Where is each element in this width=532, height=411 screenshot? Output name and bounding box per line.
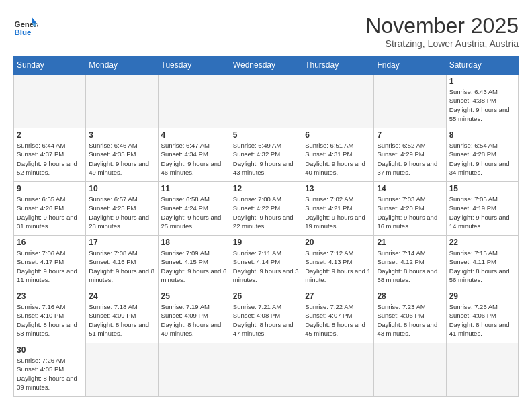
calendar-cell: 5Sunrise: 6:49 AM Sunset: 4:32 PM Daylig…	[230, 128, 302, 182]
calendar-cell	[14, 75, 86, 128]
day-number: 3	[89, 130, 154, 140]
day-number: 19	[233, 238, 299, 247]
day-info: Sunrise: 7:18 AM Sunset: 4:09 PM Dayligh…	[89, 302, 154, 338]
calendar-cell	[158, 343, 230, 397]
calendar-header-row: SundayMondayTuesdayWednesdayThursdayFrid…	[14, 56, 519, 75]
day-info: Sunrise: 7:12 AM Sunset: 4:13 PM Dayligh…	[305, 248, 371, 284]
day-info: Sunrise: 7:21 AM Sunset: 4:08 PM Dayligh…	[233, 302, 299, 338]
calendar-week-row: 2Sunrise: 6:44 AM Sunset: 4:37 PM Daylig…	[14, 128, 519, 182]
day-info: Sunrise: 6:43 AM Sunset: 4:38 PM Dayligh…	[449, 87, 515, 123]
calendar-cell	[374, 75, 446, 128]
day-number: 1	[449, 77, 515, 86]
day-info: Sunrise: 7:16 AM Sunset: 4:10 PM Dayligh…	[17, 302, 83, 338]
calendar-cell: 18Sunrise: 7:09 AM Sunset: 4:15 PM Dayli…	[158, 236, 230, 289]
day-number: 26	[233, 291, 299, 301]
calendar-cell: 27Sunrise: 7:22 AM Sunset: 4:07 PM Dayli…	[302, 289, 374, 343]
day-header-friday: Friday	[374, 56, 446, 75]
calendar-cell: 6Sunrise: 6:51 AM Sunset: 4:31 PM Daylig…	[302, 128, 374, 182]
day-info: Sunrise: 6:57 AM Sunset: 4:25 PM Dayligh…	[89, 195, 154, 230]
day-number: 7	[377, 130, 443, 140]
day-info: Sunrise: 7:15 AM Sunset: 4:11 PM Dayligh…	[449, 248, 515, 284]
day-number: 2	[17, 130, 83, 140]
calendar-week-row: 30Sunrise: 7:26 AM Sunset: 4:05 PM Dayli…	[14, 343, 519, 397]
day-header-saturday: Saturday	[446, 56, 518, 75]
day-number: 5	[233, 130, 299, 140]
calendar-cell: 25Sunrise: 7:19 AM Sunset: 4:09 PM Dayli…	[158, 289, 230, 343]
calendar-cell: 23Sunrise: 7:16 AM Sunset: 4:10 PM Dayli…	[14, 289, 86, 343]
logo: General Blue	[13, 13, 38, 38]
day-info: Sunrise: 6:44 AM Sunset: 4:37 PM Dayligh…	[17, 141, 83, 177]
day-number: 9	[17, 184, 83, 193]
day-header-sunday: Sunday	[14, 56, 86, 75]
calendar-cell: 21Sunrise: 7:14 AM Sunset: 4:12 PM Dayli…	[374, 236, 446, 289]
calendar-cell: 22Sunrise: 7:15 AM Sunset: 4:11 PM Dayli…	[446, 236, 518, 289]
calendar-cell	[230, 75, 302, 128]
day-info: Sunrise: 7:22 AM Sunset: 4:07 PM Dayligh…	[305, 302, 371, 338]
day-number: 6	[305, 130, 371, 140]
header: General Blue November 2025 Stratzing, Lo…	[13, 13, 519, 49]
day-info: Sunrise: 7:00 AM Sunset: 4:22 PM Dayligh…	[233, 195, 299, 230]
day-number: 25	[161, 291, 227, 301]
calendar-cell: 9Sunrise: 6:55 AM Sunset: 4:26 PM Daylig…	[14, 182, 86, 236]
day-info: Sunrise: 7:23 AM Sunset: 4:06 PM Dayligh…	[377, 302, 443, 338]
calendar-cell	[86, 343, 158, 397]
calendar-cell: 16Sunrise: 7:06 AM Sunset: 4:17 PM Dayli…	[14, 236, 86, 289]
calendar-cell: 11Sunrise: 6:58 AM Sunset: 4:24 PM Dayli…	[158, 182, 230, 236]
calendar-cell: 26Sunrise: 7:21 AM Sunset: 4:08 PM Dayli…	[230, 289, 302, 343]
calendar-cell: 4Sunrise: 6:47 AM Sunset: 4:34 PM Daylig…	[158, 128, 230, 182]
logo-icon: General Blue	[13, 13, 38, 38]
calendar-cell	[302, 75, 374, 128]
day-number: 14	[377, 184, 443, 193]
calendar-cell: 30Sunrise: 7:26 AM Sunset: 4:05 PM Dayli…	[14, 343, 86, 397]
calendar: SundayMondayTuesdayWednesdayThursdayFrid…	[13, 56, 519, 397]
calendar-cell: 1Sunrise: 6:43 AM Sunset: 4:38 PM Daylig…	[446, 75, 518, 128]
day-number: 22	[449, 238, 515, 247]
day-number: 8	[449, 130, 515, 140]
calendar-cell	[158, 75, 230, 128]
calendar-cell: 8Sunrise: 6:54 AM Sunset: 4:28 PM Daylig…	[446, 128, 518, 182]
calendar-cell	[230, 343, 302, 397]
calendar-cell: 29Sunrise: 7:25 AM Sunset: 4:06 PM Dayli…	[446, 289, 518, 343]
day-header-wednesday: Wednesday	[230, 56, 302, 75]
calendar-cell: 14Sunrise: 7:03 AM Sunset: 4:20 PM Dayli…	[374, 182, 446, 236]
calendar-cell: 17Sunrise: 7:08 AM Sunset: 4:16 PM Dayli…	[86, 236, 158, 289]
day-info: Sunrise: 7:11 AM Sunset: 4:14 PM Dayligh…	[233, 248, 299, 284]
svg-text:Blue: Blue	[14, 28, 32, 36]
day-info: Sunrise: 6:51 AM Sunset: 4:31 PM Dayligh…	[305, 141, 371, 177]
day-info: Sunrise: 7:05 AM Sunset: 4:19 PM Dayligh…	[449, 195, 515, 230]
day-info: Sunrise: 7:19 AM Sunset: 4:09 PM Dayligh…	[161, 302, 227, 338]
day-number: 29	[449, 291, 515, 301]
calendar-cell: 13Sunrise: 7:02 AM Sunset: 4:21 PM Dayli…	[302, 182, 374, 236]
day-number: 23	[17, 291, 83, 301]
day-number: 17	[89, 238, 154, 247]
day-info: Sunrise: 6:58 AM Sunset: 4:24 PM Dayligh…	[161, 195, 227, 230]
calendar-week-row: 1Sunrise: 6:43 AM Sunset: 4:38 PM Daylig…	[14, 75, 519, 128]
calendar-cell	[86, 75, 158, 128]
day-info: Sunrise: 6:46 AM Sunset: 4:35 PM Dayligh…	[89, 141, 154, 177]
calendar-cell: 3Sunrise: 6:46 AM Sunset: 4:35 PM Daylig…	[86, 128, 158, 182]
calendar-cell: 24Sunrise: 7:18 AM Sunset: 4:09 PM Dayli…	[86, 289, 158, 343]
day-info: Sunrise: 6:49 AM Sunset: 4:32 PM Dayligh…	[233, 141, 299, 177]
calendar-cell	[446, 343, 518, 397]
day-info: Sunrise: 7:06 AM Sunset: 4:17 PM Dayligh…	[17, 248, 83, 284]
calendar-week-row: 23Sunrise: 7:16 AM Sunset: 4:10 PM Dayli…	[14, 289, 519, 343]
calendar-cell: 28Sunrise: 7:23 AM Sunset: 4:06 PM Dayli…	[374, 289, 446, 343]
day-number: 20	[305, 238, 371, 247]
day-number: 12	[233, 184, 299, 193]
calendar-cell: 20Sunrise: 7:12 AM Sunset: 4:13 PM Dayli…	[302, 236, 374, 289]
calendar-cell: 10Sunrise: 6:57 AM Sunset: 4:25 PM Dayli…	[86, 182, 158, 236]
calendar-cell: 7Sunrise: 6:52 AM Sunset: 4:29 PM Daylig…	[374, 128, 446, 182]
day-info: Sunrise: 7:03 AM Sunset: 4:20 PM Dayligh…	[377, 195, 443, 230]
day-info: Sunrise: 7:02 AM Sunset: 4:21 PM Dayligh…	[305, 195, 371, 230]
calendar-cell	[302, 343, 374, 397]
calendar-cell: 15Sunrise: 7:05 AM Sunset: 4:19 PM Dayli…	[446, 182, 518, 236]
day-info: Sunrise: 7:08 AM Sunset: 4:16 PM Dayligh…	[89, 248, 154, 284]
month-title: November 2025	[365, 13, 519, 38]
day-info: Sunrise: 6:54 AM Sunset: 4:28 PM Dayligh…	[449, 141, 515, 177]
day-header-tuesday: Tuesday	[158, 56, 230, 75]
calendar-week-row: 16Sunrise: 7:06 AM Sunset: 4:17 PM Dayli…	[14, 236, 519, 289]
day-number: 15	[449, 184, 515, 193]
day-number: 10	[89, 184, 154, 193]
day-info: Sunrise: 7:25 AM Sunset: 4:06 PM Dayligh…	[449, 302, 515, 338]
day-info: Sunrise: 7:09 AM Sunset: 4:15 PM Dayligh…	[161, 248, 227, 284]
